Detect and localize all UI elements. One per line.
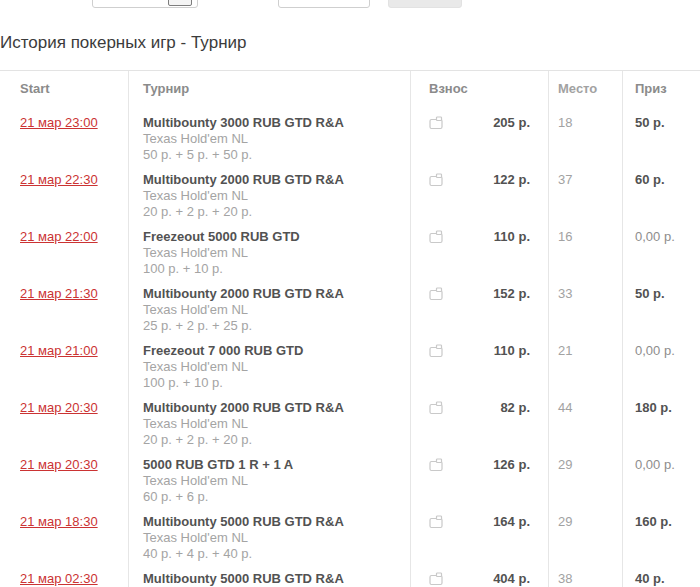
place-value: 21 (548, 331, 622, 390)
start-date-link[interactable]: 21 мар 20:30 (20, 400, 98, 415)
game-type: Texas Hold'em NL (143, 245, 410, 260)
prize-value: 0,00 р. (635, 457, 675, 472)
wallet-icon (429, 401, 444, 418)
place-value: 18 (548, 103, 622, 162)
table-row: 21 мар 21:30 Multibounty 2000 RUB GTD R&… (0, 274, 700, 331)
prize-cell: 0,00 р. (622, 217, 700, 276)
start-date-link[interactable]: 21 мар 23:00 (20, 115, 98, 130)
wallet-icon (429, 230, 444, 247)
col-header-start: Start (0, 71, 128, 103)
topbar (0, 0, 700, 12)
place-value: 44 (548, 388, 622, 447)
prize-value: 0,00 р. (635, 229, 675, 244)
prize-value: 180 р. (635, 400, 672, 415)
tournament-name: Multibounty 5000 RUB GTD R&A (143, 571, 410, 586)
wallet-icon (429, 458, 444, 475)
wallet-icon (429, 344, 444, 361)
table-row: 21 мар 23:00 Multibounty 3000 RUB GTD R&… (0, 103, 700, 160)
prize-cell: 160 р. (622, 502, 700, 561)
start-cell: 21 мар 02:30 (0, 559, 128, 587)
tournament-cell: Multibounty 3000 RUB GTD R&A Texas Hold'… (128, 103, 410, 162)
filter-input[interactable] (278, 0, 370, 8)
calendar-button[interactable] (168, 0, 192, 6)
fee-cell: 110 р. (410, 217, 548, 276)
tournament-cell: Freezeout 7 000 RUB GTD Texas Hold'em NL… (128, 331, 410, 390)
fee-value: 152 р. (493, 286, 530, 301)
col-header-place: Место (548, 71, 622, 103)
table-row: 21 мар 21:00 Freezeout 7 000 RUB GTD Tex… (0, 331, 700, 388)
apply-button[interactable] (388, 0, 462, 8)
start-date-link[interactable]: 21 мар 20:30 (20, 457, 98, 472)
start-date-link[interactable]: 21 мар 18:30 (20, 514, 98, 529)
tournament-name: Multibounty 3000 RUB GTD R&A (143, 115, 410, 130)
prize-cell: 0,00 р. (622, 331, 700, 390)
tournament-cell: Multibounty 2000 RUB GTD R&A Texas Hold'… (128, 274, 410, 333)
place-value: 33 (548, 274, 622, 333)
place-value: 29 (548, 502, 622, 561)
table-body: 21 мар 23:00 Multibounty 3000 RUB GTD R&… (0, 103, 700, 587)
prize-value: 0,00 р. (635, 343, 675, 358)
start-cell: 21 мар 21:30 (0, 274, 128, 333)
wallet-icon (429, 572, 444, 587)
place-value: 37 (548, 160, 622, 219)
tournament-cell: Multibounty 5000 RUB GTD R&A Texas Hold'… (128, 559, 410, 587)
start-cell: 21 мар 20:30 (0, 445, 128, 504)
start-cell: 21 мар 21:00 (0, 331, 128, 390)
tournament-name: Multibounty 2000 RUB GTD R&A (143, 286, 410, 301)
prize-cell: 0,00 р. (622, 445, 700, 504)
prize-cell: 50 р. (622, 103, 700, 162)
prize-value: 50 р. (635, 286, 665, 301)
wallet-icon (429, 173, 444, 190)
col-header-fee: Взнос (410, 71, 548, 103)
table-row: 21 мар 02:30 Multibounty 5000 RUB GTD R&… (0, 559, 700, 587)
start-date-link[interactable]: 21 мар 02:30 (20, 571, 98, 586)
start-cell: 21 мар 23:00 (0, 103, 128, 162)
fee-value: 404 р. (493, 571, 530, 586)
tournament-name: Freezeout 5000 RUB GTD (143, 229, 410, 244)
game-type: Texas Hold'em NL (143, 359, 410, 374)
game-type: Texas Hold'em NL (143, 416, 410, 431)
fee-cell: 164 р. (410, 502, 548, 561)
prize-value: 60 р. (635, 172, 665, 187)
page-title: История покерных игр - Турнир (0, 32, 700, 54)
fee-cell: 152 р. (410, 274, 548, 333)
fee-cell: 404 р. (410, 559, 548, 587)
fee-cell: 122 р. (410, 160, 548, 219)
start-date-link[interactable]: 21 мар 21:00 (20, 343, 98, 358)
fee-value: 122 р. (493, 172, 530, 187)
table-row: 21 мар 20:30 Multibounty 2000 RUB GTD R&… (0, 388, 700, 445)
start-cell: 21 мар 20:30 (0, 388, 128, 447)
tournament-cell: Multibounty 2000 RUB GTD R&A Texas Hold'… (128, 160, 410, 219)
tournament-cell: Multibounty 2000 RUB GTD R&A Texas Hold'… (128, 388, 410, 447)
fee-value: 82 р. (500, 400, 530, 415)
prize-value: 160 р. (635, 514, 672, 529)
fee-value: 205 р. (493, 115, 530, 130)
start-date-link[interactable]: 21 мар 21:30 (20, 286, 98, 301)
fee-cell: 205 р. (410, 103, 548, 162)
fee-cell: 110 р. (410, 331, 548, 390)
fee-cell: 82 р. (410, 388, 548, 447)
place-value: 38 (548, 559, 622, 587)
col-header-tournament: Турнир (128, 71, 410, 103)
place-value: 29 (548, 445, 622, 504)
wallet-icon (429, 116, 444, 133)
tournament-name: 5000 RUB GTD 1 R + 1 A (143, 457, 410, 472)
table-row: 21 мар 22:30 Multibounty 2000 RUB GTD R&… (0, 160, 700, 217)
place-value: 16 (548, 217, 622, 276)
prize-cell: 180 р. (622, 388, 700, 447)
fee-cell: 126 р. (410, 445, 548, 504)
start-date-link[interactable]: 21 мар 22:00 (20, 229, 98, 244)
prize-cell: 50 р. (622, 274, 700, 333)
calendar-icon (174, 0, 186, 3)
game-type: Texas Hold'em NL (143, 131, 410, 146)
game-type: Texas Hold'em NL (143, 473, 410, 488)
start-cell: 21 мар 22:30 (0, 160, 128, 219)
game-type: Texas Hold'em NL (143, 302, 410, 317)
tournament-name: Multibounty 5000 RUB GTD R&A (143, 514, 410, 529)
fee-value: 126 р. (493, 457, 530, 472)
game-type: Texas Hold'em NL (143, 530, 410, 545)
start-date-link[interactable]: 21 мар 22:30 (20, 172, 98, 187)
game-type: Texas Hold'em NL (143, 188, 410, 203)
tournament-cell: 5000 RUB GTD 1 R + 1 A Texas Hold'em NL … (128, 445, 410, 504)
fee-value: 110 р. (494, 229, 530, 244)
